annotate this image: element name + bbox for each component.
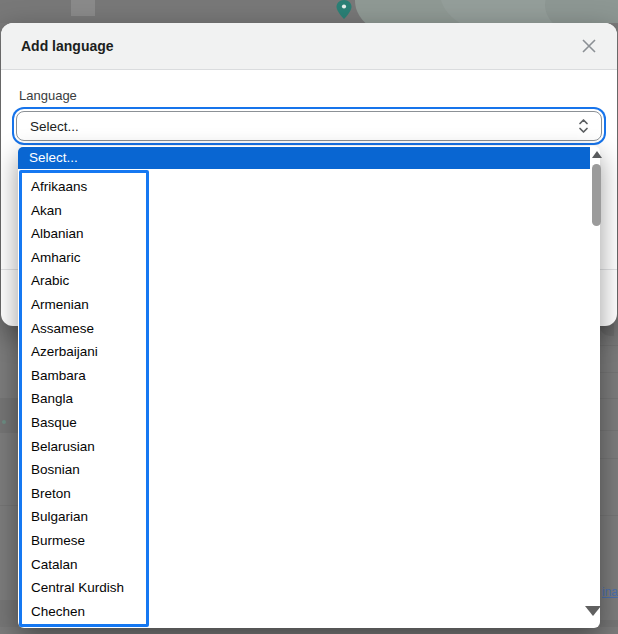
dimmed-topbar-item — [71, 0, 95, 16]
scrollbar-thumb[interactable] — [592, 164, 601, 226]
close-button[interactable] — [577, 34, 601, 58]
dropdown-option[interactable]: Bangla — [22, 387, 146, 411]
dropdown-option[interactable]: Catalan — [22, 553, 146, 577]
language-label: Language — [19, 88, 77, 103]
dropdown-option[interactable]: Akan — [22, 199, 146, 223]
hero-illustration-shape — [545, 0, 618, 23]
dropdown-options-box: AfrikaansAkanAlbanianAmharicArabicArmeni… — [19, 170, 149, 627]
dropdown-popup: Select... AfrikaansAkanAlbanianAmharicAr… — [18, 146, 600, 628]
dropdown-option[interactable]: Assamese — [22, 317, 146, 341]
dropdown-option[interactable]: Central Kurdish — [22, 576, 146, 600]
scroll-down-icon[interactable] — [585, 606, 601, 616]
dropdown-option[interactable]: Arabic — [22, 269, 146, 293]
dimmed-row-divider — [0, 432, 18, 433]
dimmed-row-divider — [0, 505, 18, 506]
dropdown-option[interactable]: Amharic — [22, 246, 146, 270]
dimmed-table-row — [0, 398, 18, 432]
dimmed-row-divider — [600, 345, 618, 346]
dropdown-option[interactable]: Chechen — [22, 600, 146, 624]
dimmed-page-right-edge: ina — [600, 324, 618, 634]
dropdown-option[interactable]: Armenian — [22, 293, 146, 317]
dimmed-page-topbar — [0, 0, 618, 23]
dimmed-row-divider — [600, 458, 618, 459]
dropdown-option[interactable]: Basque — [22, 411, 146, 435]
dropdown-option[interactable]: Bulgarian — [22, 505, 146, 529]
dimmed-background-link[interactable]: ina — [602, 585, 618, 599]
scroll-up-icon[interactable] — [592, 151, 602, 158]
dropdown-option[interactable]: Burmese — [22, 529, 146, 553]
dimmed-row-divider — [600, 515, 618, 516]
dimmed-row-divider — [600, 372, 618, 373]
dimmed-page-bottom-edge — [0, 627, 618, 634]
dropdown-option[interactable]: Breton — [22, 482, 146, 506]
dropdown-option[interactable]: Afrikaans — [22, 175, 146, 199]
dropdown-option[interactable]: Bosnian — [22, 458, 146, 482]
modal-header: Add language — [1, 23, 617, 70]
location-pin-icon — [336, 0, 352, 19]
close-icon — [582, 39, 596, 53]
dropdown-option[interactable]: Belarusian — [22, 435, 146, 459]
updown-chevron-icon — [578, 118, 589, 134]
select-value: Select... — [30, 119, 79, 134]
language-select[interactable]: Select... — [16, 111, 602, 141]
modal-title: Add language — [21, 38, 114, 54]
dropdown-option[interactable]: Bambara — [22, 364, 146, 388]
dimmed-row-divider — [600, 430, 618, 431]
dropdown-option-highlighted[interactable]: Select... — [18, 147, 590, 169]
dimmed-page-left-edge — [0, 324, 18, 634]
dropdown-option[interactable]: Azerbaijani — [22, 340, 146, 364]
dropdown-option[interactable]: Albanian — [22, 222, 146, 246]
dimmed-status-dot — [2, 420, 6, 424]
dimmed-row-divider — [600, 398, 618, 399]
